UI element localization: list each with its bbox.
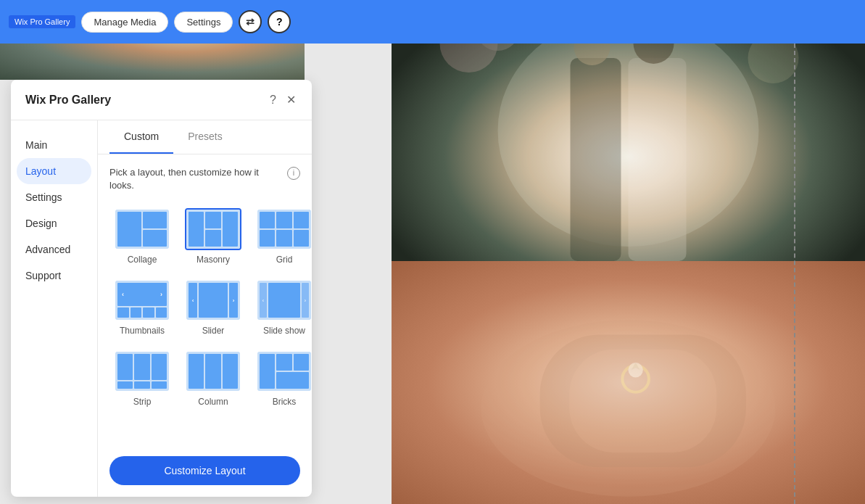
content-area: Pick a layout, then customize how it loo… <box>98 154 312 450</box>
help-toolbar-icon: ? <box>276 16 283 28</box>
layout-item-masonry[interactable]: Masonry <box>181 204 246 269</box>
layout-grid-row3: Strip Column <box>109 346 300 411</box>
svg-rect-4 <box>571 58 621 261</box>
panel-close-button[interactable]: ✕ <box>285 91 297 108</box>
tab-presets[interactable]: Presets <box>173 120 236 154</box>
collage-thumb <box>114 208 170 250</box>
settings-button[interactable]: Settings <box>174 12 233 33</box>
sidebar-nav: Main Layout Settings Design Advanced Sup… <box>11 120 98 497</box>
thumbnails-label: Thumbnails <box>120 326 165 336</box>
bricks-label: Bricks <box>273 397 297 407</box>
panel-close-icon: ✕ <box>286 94 296 106</box>
bricks-thumb <box>256 350 312 392</box>
sidebar-item-settings[interactable]: Settings <box>11 184 97 210</box>
sidebar-item-advanced[interactable]: Advanced <box>11 236 97 263</box>
info-icon[interactable]: i <box>287 167 300 180</box>
sidebar-item-support[interactable]: Support <box>11 263 97 289</box>
top-toolbar: Wix Pro Gallery Manage Media Settings ⇄ … <box>0 0 865 44</box>
manage-media-button[interactable]: Manage Media <box>81 12 168 33</box>
tab-custom[interactable]: Custom <box>109 120 173 154</box>
swap-button[interactable]: ⇄ <box>239 10 262 33</box>
grid-label: Grid <box>276 255 293 265</box>
panel-header: Wix Pro Gallery ? ✕ <box>11 80 312 120</box>
sidebar-item-main[interactable]: Main <box>11 132 97 158</box>
masonry-label: Masonry <box>196 255 230 265</box>
slider-thumb: ‹ › <box>185 279 241 321</box>
strip-thumb <box>114 350 170 392</box>
layout-item-slideshow[interactable]: ‹ › Slide show <box>252 275 312 340</box>
layout-grid-row2: ‹ › Thumbnails <box>109 275 300 340</box>
layout-item-grid[interactable]: Grid <box>252 204 312 269</box>
dashed-divider <box>794 0 795 504</box>
customize-layout-button[interactable]: Customize Layout <box>109 456 300 485</box>
swap-icon: ⇄ <box>246 16 254 28</box>
thumbnails-thumb: ‹ › <box>114 279 170 321</box>
layout-grid-row1: Collage Masonry <box>109 204 300 269</box>
wix-pro-gallery-panel: Wix Pro Gallery ? ✕ Main Layout Settings… <box>11 80 312 497</box>
panel-title: Wix Pro Gallery <box>25 94 111 107</box>
svg-rect-10 <box>569 350 716 453</box>
layout-item-thumbnails[interactable]: ‹ › Thumbnails <box>109 275 175 340</box>
help-toolbar-button[interactable]: ? <box>268 10 291 33</box>
slideshow-label: Slide show <box>263 326 305 336</box>
panel-header-icons: ? ✕ <box>268 91 297 108</box>
main-content: Custom Presets Pick a layout, then custo… <box>98 120 312 497</box>
layout-item-bricks[interactable]: Bricks <box>252 346 312 411</box>
masonry-thumb <box>185 208 241 250</box>
layout-item-strip[interactable]: Strip <box>109 346 175 411</box>
panel-body: Main Layout Settings Design Advanced Sup… <box>11 120 312 497</box>
layout-item-column[interactable]: Column <box>181 346 246 411</box>
layout-item-collage[interactable]: Collage <box>109 204 175 269</box>
slider-label: Slider <box>202 326 225 336</box>
app-badge: Wix Pro Gallery <box>9 15 75 28</box>
panel-help-button[interactable]: ? <box>268 92 278 108</box>
slideshow-thumb: ‹ › <box>256 279 312 321</box>
panel-help-icon: ? <box>270 94 276 106</box>
column-label: Column <box>198 397 228 407</box>
tabs-row: Custom Presets <box>98 120 312 154</box>
pick-layout-description: Pick a layout, then customize how it loo… <box>109 166 300 192</box>
layout-item-slider[interactable]: ‹ › Slider <box>181 275 246 340</box>
grid-thumb <box>256 208 312 250</box>
strip-label: Strip <box>133 397 152 407</box>
svg-rect-5 <box>629 58 687 261</box>
sidebar-item-design[interactable]: Design <box>11 210 97 236</box>
column-thumb <box>185 350 241 392</box>
sidebar-item-layout[interactable]: Layout <box>17 158 91 184</box>
collage-label: Collage <box>128 255 157 265</box>
